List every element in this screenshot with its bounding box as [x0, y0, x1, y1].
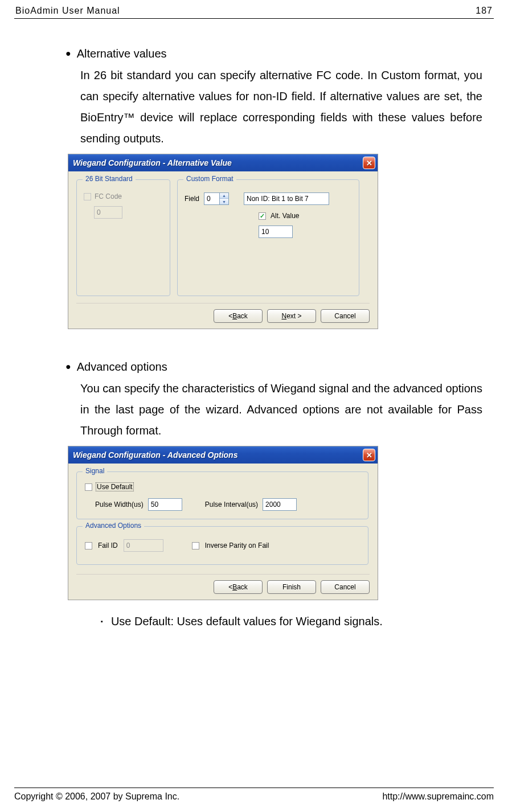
inverse-parity-checkbox[interactable] — [192, 542, 199, 549]
bullet-alternative-values: ● Alternative values — [65, 47, 482, 60]
heading-alternative-values: Alternative values — [77, 47, 167, 60]
legend-advanced-options: Advanced Options — [83, 522, 144, 530]
dialog2-button-row: < Back Finish Cancel — [76, 574, 370, 594]
group-advanced-options: Advanced Options Fail ID Inverse Parity … — [76, 526, 368, 565]
fc-code-label: FC Code — [95, 192, 122, 200]
alt-value-input[interactable] — [259, 225, 293, 238]
dialog-advanced-options: Wiegand Configuration - Advanced Options… — [68, 446, 378, 600]
cancel-button[interactable]: Cancel — [321, 309, 370, 323]
page-header: BioAdmin User Manual 187 — [14, 6, 494, 19]
dialog-alternative-value: Wiegand Configuration - Alternative Valu… — [68, 154, 378, 329]
sub-bullet-use-default: ▪ Use Default: Uses default values for W… — [101, 612, 482, 631]
fail-id-label: Fail ID — [98, 542, 118, 549]
nonid-display — [244, 192, 329, 205]
group-signal: Signal Use Default Pulse Width(us) Pulse… — [76, 471, 368, 519]
pulse-interval-label: Pulse Interval(us) — [205, 501, 258, 508]
field-label: Field — [185, 195, 199, 203]
use-default-checkbox[interactable] — [85, 483, 92, 491]
fc-code-input — [94, 206, 122, 219]
chevron-up-icon[interactable]: ▲ — [220, 193, 228, 199]
body-advanced-options: You can specify the characteristics of W… — [80, 378, 482, 441]
titlebar-text: Wiegand Configuration - Alternative Valu… — [73, 158, 363, 167]
chevron-down-icon[interactable]: ▼ — [220, 199, 228, 204]
bullet-advanced-options: ● Advanced options — [65, 360, 482, 374]
dialog1-button-row: < Back Next > Cancel — [76, 303, 370, 323]
cancel-button[interactable]: Cancel — [321, 580, 370, 594]
fc-code-checkbox — [84, 193, 91, 200]
square-bullet-icon: ▪ — [101, 616, 103, 631]
pulse-width-label: Pulse Width(us) — [95, 501, 144, 508]
fc-code-checkbox-row: FC Code — [84, 192, 163, 200]
body-alternative-values: In 26 bit standard you can specify alter… — [80, 65, 482, 149]
bullet-icon: ● — [65, 360, 71, 374]
page-footer: Copyright © 2006, 2007 by Suprema Inc. h… — [14, 788, 494, 802]
close-icon[interactable]: ✕ — [363, 449, 375, 461]
bullet-icon: ● — [65, 47, 71, 60]
field-spinner-input[interactable] — [204, 192, 220, 205]
alt-value-checkbox[interactable]: ✓ — [259, 212, 266, 220]
group-custom-format: Custom Format Field ▲ ▼ — [177, 179, 359, 296]
header-page-number: 187 — [476, 6, 493, 16]
titlebar-text: Wiegand Configuration - Advanced Options — [73, 450, 363, 460]
pulse-width-input[interactable] — [148, 498, 182, 511]
back-button[interactable]: < Back — [214, 580, 263, 594]
next-button[interactable]: Next > — [267, 309, 316, 323]
back-button[interactable]: < Back — [214, 309, 263, 323]
close-icon[interactable]: ✕ — [363, 157, 375, 169]
heading-advanced-options: Advanced options — [77, 360, 167, 374]
field-spinner[interactable]: ▲ ▼ — [204, 192, 229, 205]
titlebar: Wiegand Configuration - Alternative Valu… — [68, 154, 378, 171]
titlebar: Wiegand Configuration - Advanced Options… — [68, 446, 378, 464]
fail-id-input — [124, 539, 163, 552]
sub-bullet-text: Use Default: Uses default values for Wie… — [111, 612, 383, 631]
pulse-interval-input[interactable] — [263, 498, 297, 511]
footer-copyright: Copyright © 2006, 2007 by Suprema Inc. — [14, 792, 179, 802]
finish-button[interactable]: Finish — [267, 580, 316, 594]
inverse-parity-label: Inverse Parity on Fail — [205, 542, 269, 549]
legend-26bit: 26 Bit Standard — [83, 175, 136, 183]
legend-custom-format: Custom Format — [183, 175, 236, 183]
spinner-buttons[interactable]: ▲ ▼ — [220, 192, 229, 205]
legend-signal: Signal — [83, 467, 107, 475]
use-default-label: Use Default — [96, 482, 134, 491]
fail-id-checkbox[interactable] — [85, 542, 92, 549]
group-26bit-standard: 26 Bit Standard FC Code — [76, 179, 170, 296]
footer-url: http://www.supremainc.com — [382, 792, 494, 802]
header-left: BioAdmin User Manual — [15, 6, 120, 16]
alt-value-label: Alt. Value — [271, 212, 299, 220]
